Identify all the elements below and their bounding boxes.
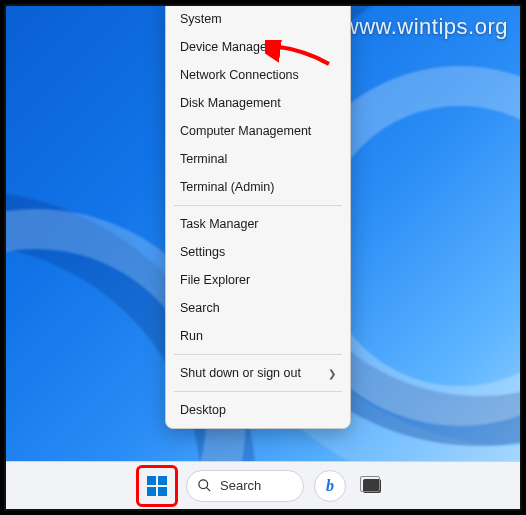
menu-label: File Explorer: [180, 273, 250, 287]
chevron-right-icon: ❯: [328, 368, 336, 379]
menu-item-settings[interactable]: Settings: [166, 238, 350, 266]
svg-line-2: [206, 487, 210, 491]
menu-label: Network Connections: [180, 68, 299, 82]
windows-logo-icon: [147, 476, 167, 496]
menu-item-search[interactable]: Search: [166, 294, 350, 322]
task-view-button[interactable]: [356, 470, 388, 502]
menu-item-desktop[interactable]: Desktop: [166, 396, 350, 424]
menu-item-computer-management[interactable]: Computer Management: [166, 117, 350, 145]
taskbar-search[interactable]: Search: [186, 470, 304, 502]
menu-item-shutdown-signout[interactable]: Shut down or sign out ❯: [166, 359, 350, 387]
menu-label: Computer Management: [180, 124, 311, 138]
menu-label: Task Manager: [180, 217, 259, 231]
menu-label: Search: [180, 301, 220, 315]
menu-item-terminal-admin[interactable]: Terminal (Admin): [166, 173, 350, 201]
menu-item-system[interactable]: System: [166, 5, 350, 33]
bing-icon: b: [326, 477, 334, 495]
menu-label: Shut down or sign out: [180, 366, 301, 380]
menu-item-file-explorer[interactable]: File Explorer: [166, 266, 350, 294]
menu-divider: [174, 391, 342, 392]
svg-point-1: [199, 480, 208, 489]
menu-item-device-manager[interactable]: Device Manager: [166, 33, 350, 61]
desktop-frame: www.wintips.org System Device Manager Ne…: [4, 4, 522, 511]
menu-label: Terminal (Admin): [180, 180, 274, 194]
menu-label: Terminal: [180, 152, 227, 166]
bing-chat-button[interactable]: b: [314, 470, 346, 502]
menu-label: Settings: [180, 245, 225, 259]
winx-context-menu: System Device Manager Network Connection…: [165, 4, 351, 429]
menu-label: Desktop: [180, 403, 226, 417]
menu-label: Device Manager: [180, 40, 271, 54]
menu-label: Run: [180, 329, 203, 343]
search-placeholder: Search: [220, 478, 261, 493]
taskbar: Search b: [6, 461, 520, 509]
menu-item-run[interactable]: Run: [166, 322, 350, 350]
menu-item-terminal[interactable]: Terminal: [166, 145, 350, 173]
watermark-text: www.wintips.org: [343, 14, 508, 40]
menu-item-network-connections[interactable]: Network Connections: [166, 61, 350, 89]
start-button[interactable]: [138, 467, 176, 505]
menu-item-disk-management[interactable]: Disk Management: [166, 89, 350, 117]
menu-item-task-manager[interactable]: Task Manager: [166, 210, 350, 238]
menu-label: Disk Management: [180, 96, 281, 110]
task-view-icon: [363, 479, 381, 493]
search-icon: [197, 478, 212, 493]
menu-label: System: [180, 12, 222, 26]
menu-divider: [174, 205, 342, 206]
menu-divider: [174, 354, 342, 355]
